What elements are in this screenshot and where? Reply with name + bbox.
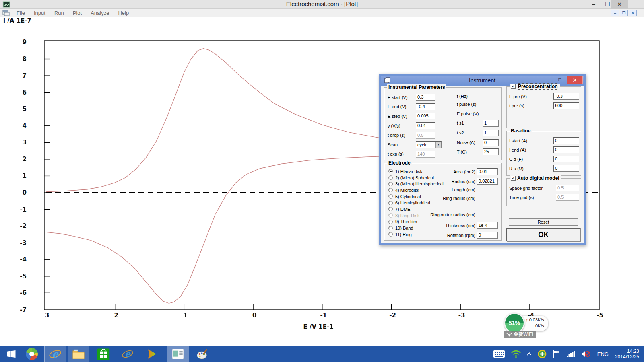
close-button[interactable]: ✕ [611, 0, 628, 9]
taskbar-file-explorer[interactable] [68, 346, 89, 362]
tray-clock[interactable]: 14:23 2014/12/25 [615, 348, 639, 360]
menu-item-input[interactable]: Input [29, 9, 50, 17]
electrode-option-label: 6) Hemicylindrical [395, 200, 430, 205]
baseline-label: I start (A) [509, 138, 553, 143]
electrode-option[interactable]: 6) Hemicylindrical [388, 200, 444, 206]
minimize-button[interactable]: – [588, 0, 600, 9]
baseline-label: I end (A) [509, 148, 553, 152]
radio-icon[interactable] [388, 169, 393, 173]
x-tick-label: -1 [320, 312, 327, 319]
electrode-option[interactable]: 2) (Micro) Spherical [388, 175, 444, 181]
instrumental-label: E step (V) [388, 114, 416, 119]
electrode-option-label: 1) Planar disk [395, 169, 422, 174]
mdi-close-button[interactable]: ✕ [629, 10, 637, 16]
group-title: Electrode [388, 160, 411, 166]
download-arrow-icon: ↓ [532, 323, 534, 328]
radio-icon[interactable] [388, 182, 393, 186]
instrumental-input[interactable]: 0.01 [416, 122, 435, 129]
play-icon [146, 348, 158, 360]
menu-item-plot[interactable]: Plot [68, 9, 86, 17]
instrumental-input[interactable]: 0.3 [416, 94, 435, 101]
download-speed: 0K/s [535, 323, 544, 328]
action-center-flag-icon[interactable] [553, 350, 561, 358]
instrumental-label: T (C) [457, 150, 483, 154]
electrode-option[interactable]: 11) Ring [388, 231, 444, 238]
menu-item-run[interactable]: Run [50, 9, 68, 17]
radio-icon[interactable] [388, 232, 393, 237]
menu-item-file[interactable]: File [12, 9, 29, 17]
baseline-input[interactable]: 0 [553, 156, 579, 162]
taskbar-internet-explorer-desktop[interactable]: e [118, 346, 138, 362]
radio-icon[interactable] [388, 194, 393, 199]
electrode-option[interactable]: 7) DME [388, 206, 444, 212]
instrumental-input[interactable]: 0.005 [416, 113, 435, 119]
start-button[interactable] [2, 346, 20, 362]
ok-button[interactable]: OK [506, 228, 580, 241]
menu-item-help[interactable]: Help [114, 9, 133, 17]
taskbar-windows-store[interactable] [93, 346, 114, 362]
radio-icon[interactable] [388, 226, 393, 230]
electrode-option[interactable]: 3) (Micro) Hemispherical [388, 181, 444, 187]
input-language-indicator[interactable]: ENG [597, 351, 609, 357]
electrode-input[interactable]: 0.01 [477, 168, 498, 175]
touch-keyboard-icon[interactable] [493, 350, 505, 358]
network-signal-icon[interactable] [566, 350, 575, 358]
dialog-close-button[interactable]: ✕ [567, 76, 583, 84]
taskbar-electrochemist-app[interactable] [167, 346, 189, 362]
instrumental-scan-select[interactable]: cycle▼ [416, 141, 442, 148]
auto-digital-input[interactable]: 0.5 [556, 194, 579, 201]
electrode-input[interactable]: 0.02821 [477, 178, 498, 185]
preconcentration-input[interactable]: -0.3 [553, 93, 579, 100]
y-tick-label: -1 [20, 206, 27, 213]
electrode-option[interactable]: 5) Cylindrical [388, 193, 444, 200]
windows-store-icon [97, 348, 110, 360]
instrumental-input[interactable]: 0 [483, 139, 499, 146]
internet-explorer-icon: e [121, 348, 134, 360]
radio-icon[interactable] [388, 175, 393, 180]
instrumental-input[interactable]: 25 [483, 148, 499, 155]
auto-digital-input[interactable]: 0.5 [556, 185, 579, 191]
electrode-input[interactable]: 0 [477, 232, 498, 239]
instrumental-input[interactable]: 140 [416, 151, 435, 158]
wifi-status-icon[interactable] [511, 350, 521, 358]
electrode-option[interactable]: 4) Microdisk [388, 187, 444, 193]
auto-digital-model-checkbox[interactable] [511, 176, 516, 181]
auto-digital-label: Time grid (s) [509, 195, 556, 200]
plot-window-icon[interactable] [2, 10, 10, 16]
x-tick-label: 1 [183, 312, 187, 319]
electrode-option[interactable]: 10) Band [388, 225, 444, 231]
show-hidden-icons-button[interactable] [527, 352, 532, 356]
x-tick-label: 3 [45, 312, 49, 319]
mdi-restore-button[interactable]: ❐ [620, 10, 628, 16]
baseline-input[interactable]: 0 [553, 137, 579, 144]
taskbar-paint[interactable] [192, 346, 213, 362]
radio-icon[interactable] [388, 188, 393, 192]
radio-icon[interactable] [388, 207, 393, 211]
dialog-minimize-button[interactable]: ─ [544, 76, 555, 84]
mdi-minimize-button[interactable]: – [611, 10, 619, 16]
dropdown-arrow-icon[interactable]: ▼ [435, 142, 441, 148]
instrumental-input[interactable]: 0.5 [416, 132, 435, 139]
radio-icon[interactable] [388, 220, 393, 224]
menu-item-analyze[interactable]: Analyze [86, 9, 114, 17]
preconcentration-input[interactable]: 600 [553, 102, 579, 109]
electrode-option-label: 5) Cylindrical [395, 194, 421, 199]
radio-icon[interactable] [388, 201, 393, 205]
instrumental-input[interactable]: 1 [483, 120, 499, 127]
electrode-option[interactable]: 1) Planar disk [388, 168, 444, 175]
baseline-input[interactable]: 0 [553, 146, 579, 153]
baseline-input[interactable]: 0 [553, 165, 579, 172]
antivirus-tray-icon[interactable] [537, 349, 547, 359]
taskbar-360-browser[interactable] [23, 346, 41, 362]
electrode-option[interactable]: 9) Thin film [388, 219, 444, 225]
electrode-input[interactable]: 1e-4 [477, 222, 498, 229]
volume-muted-icon[interactable] [581, 350, 590, 358]
instrumental-input[interactable]: -0.4 [416, 103, 435, 110]
taskbar-media-player[interactable] [142, 346, 162, 362]
taskbar-internet-explorer[interactable]: e [44, 346, 66, 362]
reset-button[interactable]: Reset [509, 218, 578, 226]
instrumental-input[interactable]: 1 [483, 130, 499, 136]
preconcentration-checkbox[interactable] [511, 84, 516, 89]
baseline-fields: I start (A)0I end (A)0C d (F)0R u (Ω)0 [509, 136, 579, 173]
dialog-maximize-button[interactable]: □ [555, 76, 565, 84]
